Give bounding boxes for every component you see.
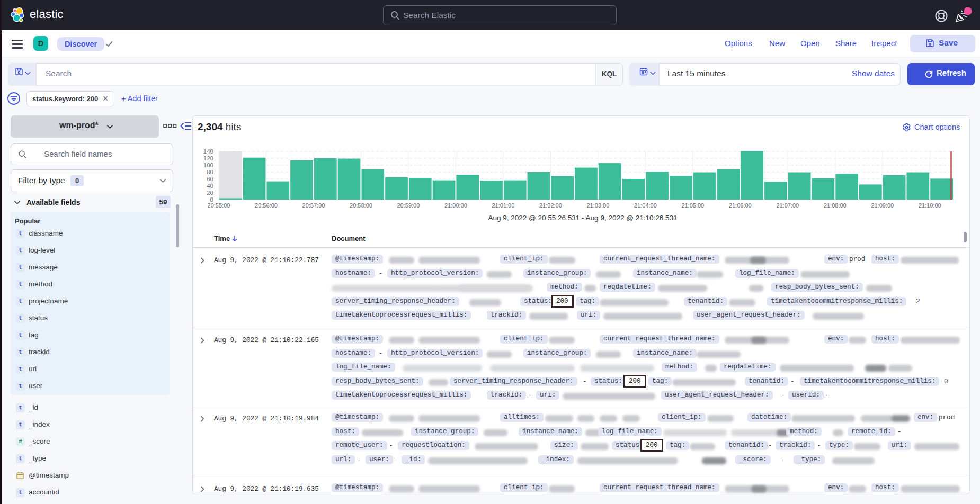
svg-text:21:06:00: 21:06:00 [729,202,752,209]
svg-text:21:09:00: 21:09:00 [871,202,894,209]
svg-text:21:07:00: 21:07:00 [776,202,799,209]
svg-text:21:00:00: 21:00:00 [444,202,467,209]
svg-text:21:02:00: 21:02:00 [539,202,562,209]
svg-text:80: 80 [207,169,213,175]
svg-text:21:03:00: 21:03:00 [586,202,609,209]
svg-text:20:58:00: 20:58:00 [350,202,372,209]
svg-text:60: 60 [207,176,213,182]
svg-text:20:57:00: 20:57:00 [302,202,325,209]
svg-text:21:05:00: 21:05:00 [681,202,704,209]
svg-text:21:01:00: 21:01:00 [492,202,514,209]
svg-text:20:59:00: 20:59:00 [397,202,420,209]
svg-text:21:08:00: 21:08:00 [824,202,847,209]
svg-text:20: 20 [207,190,213,196]
svg-text:20:56:00: 20:56:00 [255,202,278,209]
svg-text:21:04:00: 21:04:00 [634,202,657,209]
svg-text:20:55:00: 20:55:00 [208,202,230,209]
svg-text:40: 40 [207,183,213,189]
svg-text:21:10:00: 21:10:00 [919,202,941,209]
svg-text:140: 140 [203,148,213,155]
svg-text:120: 120 [203,155,213,161]
svg-text:100: 100 [203,162,213,168]
